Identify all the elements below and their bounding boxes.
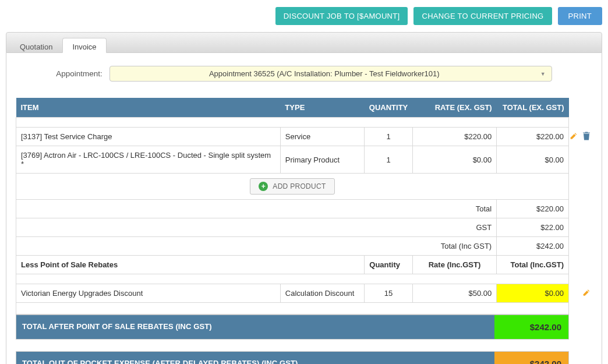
table-header-row: ITEM TYPE QUANTITY RATE (EX. GST) TOTAL … xyxy=(16,98,569,118)
print-button[interactable]: PRINT xyxy=(558,7,603,25)
rebate-qty: 15 xyxy=(365,284,413,303)
edit-icon[interactable] xyxy=(582,288,591,298)
summary-out-of-pocket: TOTAL OUT OF POCKET EXPENSE (AFTER DELAY… xyxy=(16,351,569,364)
appointment-label: Appointment: xyxy=(56,69,102,78)
tab-invoice[interactable]: Invoice xyxy=(62,38,106,53)
add-product-button[interactable]: + ADD PRODUCT xyxy=(250,178,334,195)
rebate-rate: $50.00 xyxy=(412,284,496,303)
cell-rate: $220.00 xyxy=(412,128,496,146)
cell-item: [3137] Test Service Charge xyxy=(16,128,281,146)
subtotal-gst-value: $22.00 xyxy=(497,218,569,237)
appointment-row: Appointment: Appointment 36525 (A/C Inst… xyxy=(16,66,592,82)
appointment-select[interactable]: Appointment 36525 (A/C Installation: Plu… xyxy=(109,66,552,82)
col-type: TYPE xyxy=(280,98,364,118)
change-pricing-button[interactable]: CHANGE TO CURRENT PRICING xyxy=(413,7,552,25)
subtotal-total-value: $220.00 xyxy=(497,200,569,218)
add-product-label: ADD PRODUCT xyxy=(273,182,326,190)
summary-out-of-pocket-label: TOTAL OUT OF POCKET EXPENSE (AFTER DELAY… xyxy=(16,352,494,364)
cell-rate: $0.00 xyxy=(412,146,496,174)
col-quantity: QUANTITY xyxy=(365,98,413,118)
rebate-header: Less Point of Sale Rebates Quantity Rate… xyxy=(16,256,569,274)
subtotal-inc-value: $242.00 xyxy=(497,237,569,256)
cell-item: [3769] Actron Air - LRC-100CS / LRE-100C… xyxy=(16,146,281,174)
summary-after-rebates: TOTAL AFTER POINT OF SALE REBATES (INC G… xyxy=(16,314,569,340)
subtotal-gst-label: GST xyxy=(16,218,497,237)
subtotal-inc-label: Total (Inc GST) xyxy=(16,237,497,256)
trash-icon[interactable] xyxy=(582,131,591,142)
subtotal-gst: GST $22.00 xyxy=(16,218,569,237)
invoice-panel: Appointment: Appointment 36525 (A/C Inst… xyxy=(6,53,602,364)
tab-quotation[interactable]: Quotation xyxy=(10,38,62,53)
cell-type: Primary Product xyxy=(280,146,364,174)
cell-total-value: $220.00 xyxy=(536,132,564,141)
rebate-total-value: $0.00 xyxy=(545,289,564,298)
col-total: TOTAL (EX. GST) xyxy=(497,98,569,118)
subtotal-total-label: Total xyxy=(16,200,497,218)
plus-icon: + xyxy=(259,182,268,191)
edit-icon[interactable] xyxy=(570,132,578,142)
summary-after-rebates-label: TOTAL AFTER POINT OF SALE REBATES (INC G… xyxy=(16,315,494,339)
table-row: [3769] Actron Air - LRC-100CS / LRE-100C… xyxy=(16,146,569,174)
cell-type: Service xyxy=(280,128,364,146)
cell-qty: 1 xyxy=(365,128,413,146)
rebate-header-title: Less Point of Sale Rebates xyxy=(16,256,365,274)
col-rate: RATE (EX. GST) xyxy=(412,98,496,118)
subtotal-total: Total $220.00 xyxy=(16,200,569,218)
invoice-table: ITEM TYPE QUANTITY RATE (EX. GST) TOTAL … xyxy=(16,98,569,314)
summary-after-rebates-value: $242.00 xyxy=(494,315,568,339)
add-product-row: + ADD PRODUCT xyxy=(16,174,569,200)
cell-total: $220.00 xyxy=(497,128,569,146)
col-item: ITEM xyxy=(16,98,281,118)
cell-total: $0.00 xyxy=(497,146,569,174)
rebate-row: Victorian Energy Upgrades Discount Calcu… xyxy=(16,284,569,303)
rebate-header-qty: Quantity xyxy=(365,256,413,274)
tab-strip: Quotation Invoice xyxy=(6,32,602,53)
rebate-type: Calculation Discount xyxy=(280,284,364,303)
discount-job-button[interactable]: DISCOUNT JOB TO [$AMOUNT] xyxy=(275,7,408,25)
top-action-bar: DISCOUNT JOB TO [$AMOUNT] CHANGE TO CURR… xyxy=(6,5,602,32)
table-row: [3137] Test Service Charge Service 1 $22… xyxy=(16,128,569,146)
rebate-total: $0.00 xyxy=(497,284,569,303)
cell-qty: 1 xyxy=(365,146,413,174)
rebate-item: Victorian Energy Upgrades Discount xyxy=(16,284,281,303)
summary-out-of-pocket-value: $242.00 xyxy=(494,352,568,364)
rebate-header-rate: Rate (Inc.GST) xyxy=(412,256,496,274)
rebate-header-total: Total (Inc.GST) xyxy=(497,256,569,274)
subtotal-inc: Total (Inc GST) $242.00 xyxy=(16,237,569,256)
